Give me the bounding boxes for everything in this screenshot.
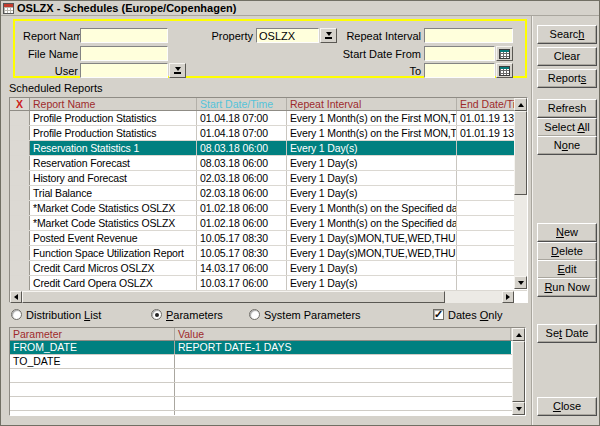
scroll-right-button[interactable] bbox=[502, 291, 514, 303]
scroll-left-button[interactable] bbox=[10, 291, 22, 303]
parameter-row-selected[interactable]: FROM_DATE REPORT DATE-1 DAYS bbox=[10, 341, 525, 355]
cell-end-date[interactable] bbox=[457, 276, 514, 290]
table-row[interactable]: Credit Card Opera OSLZX 10.03.17 06:00 E… bbox=[10, 276, 527, 291]
column-header-report-name[interactable]: Report Name bbox=[30, 98, 197, 110]
column-header-start-date[interactable]: Start Date/Time bbox=[197, 98, 287, 110]
radio-icon[interactable] bbox=[249, 309, 260, 320]
horizontal-scroll-thumb[interactable] bbox=[22, 291, 445, 303]
cell-start-date[interactable]: 01.04.18 07:00 bbox=[197, 111, 287, 125]
table-row[interactable]: Trial Balance 02.03.18 06:00 Every 1 Day… bbox=[10, 186, 527, 201]
cell-repeat-interval[interactable]: Every 1 Day(s) bbox=[287, 171, 457, 185]
parameter-row-empty[interactable] bbox=[10, 397, 525, 411]
cell-report-name[interactable]: Posted Event Revenue bbox=[30, 231, 197, 245]
parameter-row-empty[interactable] bbox=[10, 383, 525, 397]
column-header-x[interactable]: X bbox=[10, 98, 30, 110]
scroll-down-button[interactable] bbox=[514, 276, 527, 289]
parameter-row-empty[interactable] bbox=[10, 411, 525, 416]
cell-start-date[interactable]: 10.03.17 06:00 bbox=[197, 276, 287, 290]
vertical-scroll-thumb[interactable] bbox=[512, 341, 525, 402]
column-header-end-date[interactable]: End Date/Time bbox=[457, 98, 514, 110]
cell-repeat-interval[interactable]: Every 1 Day(s) bbox=[287, 186, 457, 200]
cell-parameter[interactable]: TO_DATE bbox=[10, 355, 175, 368]
to-date-input[interactable] bbox=[424, 63, 495, 78]
cell-end-date[interactable]: 01.01.19 13:00 bbox=[457, 111, 514, 125]
parameter-row-empty[interactable] bbox=[10, 369, 525, 383]
row-select-cell[interactable] bbox=[10, 186, 30, 200]
cell-report-name[interactable]: Function Space Utilization Report bbox=[30, 246, 197, 260]
start-date-calendar-button[interactable] bbox=[496, 46, 513, 61]
property-input[interactable] bbox=[256, 28, 319, 43]
row-select-cell[interactable] bbox=[10, 111, 30, 125]
delete-button[interactable]: Delete bbox=[537, 242, 597, 261]
cell-end-date[interactable]: 01.01.19 13:00 bbox=[457, 126, 514, 140]
cell-start-date[interactable]: 02.03.18 06:00 bbox=[197, 186, 287, 200]
table-row[interactable]: *Market Code Statistics OSLZX 01.02.18 0… bbox=[10, 216, 527, 231]
row-select-cell[interactable] bbox=[10, 231, 30, 245]
table-row[interactable]: History and Forecast 02.03.18 06:00 Ever… bbox=[10, 171, 527, 186]
refresh-button[interactable]: Refresh bbox=[537, 99, 597, 118]
row-select-cell[interactable] bbox=[10, 156, 30, 170]
select-all-button[interactable]: Select All bbox=[537, 118, 597, 137]
table-row-selected[interactable]: Reservation Statistics 1 08.03.18 06:00 … bbox=[10, 141, 527, 156]
cell-end-date[interactable] bbox=[457, 216, 514, 230]
cell-repeat-interval[interactable]: Every 1 Month(s) on the First MON,T bbox=[287, 111, 457, 125]
table-row[interactable]: *Market Code Statistics OSLZX 01.02.18 0… bbox=[10, 201, 527, 216]
cell-repeat-interval[interactable]: Every 1 Day(s) bbox=[287, 141, 457, 155]
to-date-calendar-button[interactable] bbox=[496, 63, 513, 78]
cell-start-date[interactable]: 02.03.18 06:00 bbox=[197, 171, 287, 185]
cell-end-date[interactable] bbox=[457, 261, 514, 275]
clear-button[interactable]: Clear bbox=[537, 47, 597, 66]
radio-system-parameters[interactable]: System Parameters bbox=[249, 308, 361, 321]
cell-report-name[interactable]: Profile Production Statistics bbox=[30, 111, 197, 125]
new-button[interactable]: New bbox=[537, 223, 597, 242]
scroll-up-button[interactable] bbox=[512, 328, 525, 341]
row-select-cell[interactable] bbox=[10, 171, 30, 185]
cell-report-name[interactable]: Credit Card Micros OSLZX bbox=[30, 261, 197, 275]
checkbox-checked-icon[interactable] bbox=[433, 309, 444, 320]
cell-report-name[interactable]: Trial Balance bbox=[30, 186, 197, 200]
radio-icon-selected[interactable] bbox=[151, 309, 162, 320]
cell-report-name[interactable]: Reservation Statistics 1 bbox=[30, 141, 197, 155]
cell-value[interactable]: REPORT DATE-1 DAYS bbox=[175, 341, 511, 354]
table-row[interactable]: Reservation Forecast 08.03.18 06:00 Ever… bbox=[10, 156, 527, 171]
cell-repeat-interval[interactable]: Every 1 Month(s) on the First MON,T bbox=[287, 126, 457, 140]
cell-start-date[interactable]: 10.05.17 08:30 bbox=[197, 231, 287, 245]
cell-end-date[interactable] bbox=[457, 246, 514, 260]
vertical-scroll-thumb[interactable] bbox=[514, 111, 527, 195]
cell-value[interactable] bbox=[175, 355, 511, 368]
cell-end-date[interactable] bbox=[457, 156, 514, 170]
run-now-button[interactable]: Run Now bbox=[537, 278, 597, 297]
cell-end-date[interactable] bbox=[457, 201, 514, 215]
cell-report-name[interactable]: History and Forecast bbox=[30, 171, 197, 185]
cell-start-date[interactable]: 08.03.18 06:00 bbox=[197, 156, 287, 170]
cell-start-date[interactable]: 08.03.18 06:00 bbox=[197, 141, 287, 155]
cell-start-date[interactable]: 01.04.18 07:00 bbox=[197, 126, 287, 140]
cell-repeat-interval[interactable]: Every 1 Day(s)MON,TUE,WED,THU, bbox=[287, 231, 457, 245]
none-button[interactable]: None bbox=[537, 136, 597, 155]
cell-report-name[interactable]: Profile Production Statistics bbox=[30, 126, 197, 140]
table-row[interactable]: Credit Card Micros OSLZX 14.03.17 06:00 … bbox=[10, 261, 527, 276]
cell-report-name[interactable]: *Market Code Statistics OSLZX bbox=[30, 216, 197, 230]
cell-parameter[interactable]: FROM_DATE bbox=[10, 341, 175, 354]
cell-start-date[interactable]: 01.02.18 06:00 bbox=[197, 201, 287, 215]
start-date-from-input[interactable] bbox=[424, 46, 495, 61]
cell-repeat-interval[interactable]: Every 1 Day(s) bbox=[287, 261, 457, 275]
radio-distribution-list[interactable]: Distribution List bbox=[11, 308, 101, 321]
set-date-button[interactable]: Set Date bbox=[537, 324, 597, 343]
cell-end-date[interactable] bbox=[457, 231, 514, 245]
row-select-cell[interactable] bbox=[10, 276, 30, 290]
cell-repeat-interval[interactable]: Every 1 Month(s) on the Specified da bbox=[287, 201, 457, 215]
table-row[interactable]: Profile Production Statistics 01.04.18 0… bbox=[10, 111, 527, 126]
radio-parameters[interactable]: Parameters bbox=[151, 308, 223, 321]
cell-repeat-interval[interactable]: Every 1 Month(s) on the Specified da bbox=[287, 216, 457, 230]
cell-start-date[interactable]: 01.02.18 06:00 bbox=[197, 216, 287, 230]
file-name-input[interactable] bbox=[80, 46, 168, 61]
search-button[interactable]: Search bbox=[537, 25, 597, 44]
parameter-row[interactable]: TO_DATE bbox=[10, 355, 525, 369]
table-row[interactable]: Profile Production Statistics 01.04.18 0… bbox=[10, 126, 527, 141]
cell-end-date[interactable] bbox=[457, 171, 514, 185]
cell-start-date[interactable]: 10.05.17 08:30 bbox=[197, 246, 287, 260]
close-button[interactable]: Close bbox=[537, 397, 597, 416]
column-header-parameter[interactable]: Parameter bbox=[10, 328, 175, 340]
cell-start-date[interactable]: 14.03.17 06:00 bbox=[197, 261, 287, 275]
